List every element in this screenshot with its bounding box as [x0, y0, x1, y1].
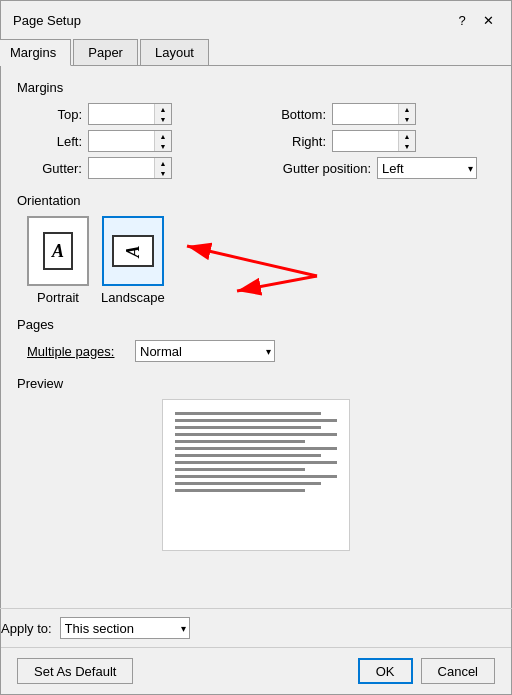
gutter-input[interactable]: 0 cm [89, 158, 154, 178]
portrait-icon: A [27, 216, 89, 286]
set-as-default-button[interactable]: Set As Default [17, 658, 133, 684]
portrait-letter: A [52, 241, 64, 262]
right-down-arrow[interactable]: ▼ [399, 141, 415, 151]
dialog-title: Page Setup [13, 13, 81, 28]
tab-bar: Margins Paper Layout [0, 39, 512, 66]
close-button[interactable]: ✕ [477, 9, 499, 31]
margins-grid: Top: 2.52 cm ▲ ▼ Bottom: 0.01 cm ▲ ▼ [17, 103, 495, 179]
page-setup-dialog: Page Setup ? ✕ Margins Paper Layout Marg… [0, 0, 512, 695]
landscape-icon: A [102, 216, 164, 286]
gutter-position-select[interactable]: Left Top [377, 157, 477, 179]
ok-cancel-group: OK Cancel [358, 658, 495, 684]
right-arrows: ▲ ▼ [398, 131, 415, 151]
bottom-field-row: Bottom: 0.01 cm ▲ ▼ [271, 103, 495, 125]
multiple-pages-label: Multiple pages: [27, 344, 127, 359]
preview-section: Preview [17, 376, 495, 551]
title-bar: Page Setup ? ✕ [1, 1, 511, 39]
preview-line-8 [175, 461, 337, 464]
left-spinner: 2 cm ▲ ▼ [88, 130, 172, 152]
right-field-row: Right: 1.27 cm ▲ ▼ [271, 130, 495, 152]
gutter-position-field-row: Gutter position: Left Top [271, 157, 495, 179]
tab-margins[interactable]: Margins [0, 39, 71, 66]
gutter-spinner: 0 cm ▲ ▼ [88, 157, 172, 179]
preview-line-12 [175, 489, 305, 492]
pages-section: Pages Multiple pages: Normal Mirror marg… [17, 317, 495, 362]
preview-line-6 [175, 447, 337, 450]
multiple-pages-dropdown-wrapper: Normal Mirror margins 2 pages per sheet … [135, 340, 275, 362]
gutter-position-dropdown-wrapper: Left Top [377, 157, 477, 179]
gutter-up-arrow[interactable]: ▲ [155, 158, 171, 168]
left-label: Left: [27, 134, 82, 149]
preview-label: Preview [17, 376, 495, 391]
svg-line-1 [187, 246, 317, 276]
margins-section-label: Margins [17, 80, 495, 95]
svg-line-2 [237, 276, 317, 291]
preview-line-7 [175, 454, 321, 457]
orientation-section: Orientation A Portrait [17, 193, 495, 305]
bottom-label: Bottom: [271, 107, 326, 122]
ok-button[interactable]: OK [358, 658, 413, 684]
cancel-button[interactable]: Cancel [421, 658, 495, 684]
preview-line-3 [175, 426, 321, 429]
bottom-input[interactable]: 0.01 cm [333, 104, 398, 124]
bottom-down-arrow[interactable]: ▼ [399, 114, 415, 124]
multiple-pages-select[interactable]: Normal Mirror margins 2 pages per sheet … [135, 340, 275, 362]
preview-line-4 [175, 433, 337, 436]
gutter-label: Gutter: [27, 161, 82, 176]
help-button[interactable]: ? [451, 9, 473, 31]
left-up-arrow[interactable]: ▲ [155, 131, 171, 141]
orientation-label: Orientation [17, 193, 495, 208]
landscape-letter: A [122, 245, 143, 257]
title-buttons: ? ✕ [451, 9, 499, 31]
preview-box [162, 399, 350, 551]
portrait-page: A [43, 232, 73, 270]
dialog-content: Margins Top: 2.52 cm ▲ ▼ Bottom: 0.01 cm [1, 80, 511, 608]
preview-line-1 [175, 412, 321, 415]
left-down-arrow[interactable]: ▼ [155, 141, 171, 151]
top-spinner: 2.52 cm ▲ ▼ [88, 103, 172, 125]
apply-to-row: Apply to: This section This point forwar… [0, 608, 512, 647]
left-arrows: ▲ ▼ [154, 131, 171, 151]
left-field-row: Left: 2 cm ▲ ▼ [27, 130, 251, 152]
pages-section-label: Pages [17, 317, 495, 332]
landscape-label: Landscape [101, 290, 165, 305]
top-field-row: Top: 2.52 cm ▲ ▼ [27, 103, 251, 125]
preview-line-2 [175, 419, 337, 422]
top-up-arrow[interactable]: ▲ [155, 104, 171, 114]
preview-line-11 [175, 482, 321, 485]
preview-line-5 [175, 440, 305, 443]
apply-to-select[interactable]: This section This point forward Whole do… [60, 617, 190, 639]
arrow-annotation [157, 206, 357, 306]
landscape-page: A [112, 235, 154, 267]
top-arrows: ▲ ▼ [154, 104, 171, 124]
portrait-option[interactable]: A Portrait [27, 216, 89, 305]
top-input[interactable]: 2.52 cm [89, 104, 154, 124]
right-input[interactable]: 1.27 cm [333, 131, 398, 151]
gutter-arrows: ▲ ▼ [154, 158, 171, 178]
tab-layout[interactable]: Layout [140, 39, 209, 65]
apply-to-dropdown-wrapper: This section This point forward Whole do… [60, 617, 190, 639]
portrait-label: Portrait [37, 290, 79, 305]
right-label: Right: [271, 134, 326, 149]
bottom-spinner: 0.01 cm ▲ ▼ [332, 103, 416, 125]
top-down-arrow[interactable]: ▼ [155, 114, 171, 124]
preview-line-9 [175, 468, 305, 471]
bottom-arrows: ▲ ▼ [398, 104, 415, 124]
gutter-down-arrow[interactable]: ▼ [155, 168, 171, 178]
left-input[interactable]: 2 cm [89, 131, 154, 151]
orientation-buttons: A Portrait A Landscape [17, 216, 495, 305]
apply-to-label: Apply to: [1, 621, 52, 636]
top-label: Top: [27, 107, 82, 122]
bottom-up-arrow[interactable]: ▲ [399, 104, 415, 114]
gutter-field-row: Gutter: 0 cm ▲ ▼ [27, 157, 251, 179]
pages-row: Multiple pages: Normal Mirror margins 2 … [17, 340, 495, 362]
right-up-arrow[interactable]: ▲ [399, 131, 415, 141]
preview-line-10 [175, 475, 337, 478]
gutter-position-label: Gutter position: [271, 161, 371, 176]
right-spinner: 1.27 cm ▲ ▼ [332, 130, 416, 152]
bottom-buttons: Set As Default OK Cancel [1, 647, 511, 694]
tab-paper[interactable]: Paper [73, 39, 138, 65]
landscape-option[interactable]: A Landscape [101, 216, 165, 305]
orientation-container: A Portrait A Landscape [17, 216, 495, 305]
